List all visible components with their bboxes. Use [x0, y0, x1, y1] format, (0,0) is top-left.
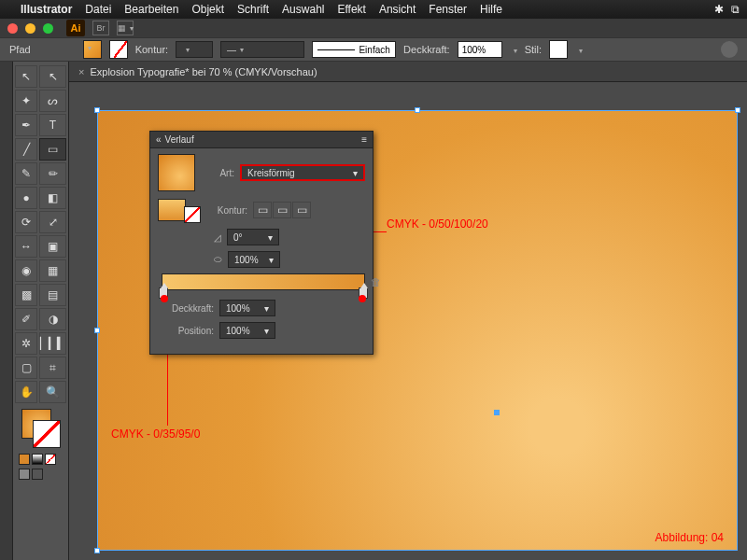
rectangle-tool[interactable]: ▭ — [39, 138, 66, 161]
figure-label: Abbildung: 04 — [655, 531, 724, 544]
evernote-icon[interactable]: ✱ — [714, 3, 724, 16]
selection-handle[interactable] — [94, 328, 100, 333]
app-titlebar: Ai Br ▦ — [0, 19, 747, 37]
stop-position-input[interactable]: 100%▾ — [219, 322, 275, 339]
selection-handle[interactable] — [94, 107, 100, 113]
gradient-tool[interactable]: ▤ — [39, 284, 66, 306]
fill-stroke-swatch[interactable] — [21, 409, 61, 448]
window-close-icon[interactable] — [7, 23, 18, 34]
tools-panel: ↖ ↖ ✦ ᔕ ✒ T ╱ ▭ ✎ ✏ ● ◧ ⟳ ⤢ ↔ ▣ ◉ ▦ ▩ ▤ … — [13, 62, 69, 560]
gradient-aspect-input[interactable]: 100%▾ — [228, 251, 280, 268]
kontur-label: Kontur: — [135, 44, 168, 55]
stroke-weight-dropdown[interactable] — [176, 41, 213, 58]
graph-tool[interactable]: ▏▎▍ — [39, 332, 66, 355]
gradient-ramp[interactable]: 🗑 — [162, 273, 365, 290]
gradient-type-dropdown[interactable]: Kreisförmig▾ — [240, 164, 365, 181]
type-tool[interactable]: T — [39, 114, 66, 136]
style-label: Stil: — [525, 44, 542, 55]
fill-swatch[interactable] — [83, 40, 102, 59]
delete-stop-icon[interactable]: 🗑 — [371, 276, 381, 287]
gradient-angle-input[interactable]: 0°▾ — [227, 229, 279, 245]
eyedropper-tool[interactable]: ✐ — [15, 308, 37, 330]
paintbrush-tool[interactable]: ✎ — [15, 162, 37, 185]
mac-menubar: Illustrator Datei Bearbeiten Objekt Schr… — [0, 0, 747, 19]
blend-tool[interactable]: ◑ — [39, 308, 66, 330]
brush-definition-dropdown[interactable]: Einfach — [312, 41, 396, 58]
scale-tool[interactable]: ⤢ — [39, 211, 66, 233]
perspective-tool[interactable]: ▦ — [39, 259, 66, 282]
dropbox-icon[interactable]: ⧉ — [731, 3, 740, 16]
illustrator-logo-icon: Ai — [66, 20, 85, 36]
style-swatch[interactable] — [549, 40, 568, 59]
stroke-profile-dropdown[interactable]: — — [220, 41, 304, 58]
opacity-label: Deckkraft: — [403, 44, 450, 55]
menu-datei[interactable]: Datei — [85, 3, 111, 16]
screen-mode-row[interactable] — [15, 469, 66, 480]
panel-menu-icon[interactable]: ≡ — [361, 134, 367, 145]
rotate-tool[interactable]: ⟳ — [15, 211, 37, 233]
blob-brush-tool[interactable]: ● — [15, 187, 37, 209]
gradient-center-point[interactable] — [494, 410, 500, 415]
control-bar: Pfad Kontur: — Einfach Deckkraft: 100% S… — [0, 37, 747, 62]
annotation-left-stop: CMYK - 0/35/95/0 — [111, 427, 200, 441]
direct-selection-tool[interactable]: ↖ — [39, 65, 66, 88]
annotation-dot — [359, 295, 366, 302]
magic-wand-tool[interactable]: ✦ — [15, 90, 37, 112]
stroke-align-2[interactable]: ▭ — [273, 202, 291, 218]
hand-tool[interactable]: ✋ — [15, 381, 37, 403]
menu-objekt[interactable]: Objekt — [191, 3, 224, 16]
selection-tool[interactable]: ↖ — [15, 65, 37, 88]
annotation-right-stop: CMYK - 0/50/100/20 — [387, 217, 488, 231]
window-zoom-icon[interactable] — [43, 23, 53, 34]
lasso-tool[interactable]: ᔕ — [39, 90, 66, 112]
menu-ansicht[interactable]: Ansicht — [379, 3, 416, 16]
width-tool[interactable]: ↔ — [15, 235, 37, 258]
gradient-kontur-label: Kontur: — [206, 205, 247, 216]
doc-setup-icon[interactable] — [721, 41, 738, 58]
menu-auswahl[interactable]: Auswahl — [282, 3, 324, 16]
zoom-tool[interactable]: 🔍 — [39, 381, 66, 403]
symbol-sprayer-tool[interactable]: ✲ — [15, 332, 37, 355]
pencil-tool[interactable]: ✏ — [39, 162, 66, 185]
menu-bearbeiten[interactable]: Bearbeiten — [124, 3, 178, 16]
stroke-align-3[interactable]: ▭ — [292, 202, 311, 218]
menu-fenster[interactable]: Fenster — [429, 3, 467, 16]
pen-tool[interactable]: ✒ — [15, 114, 37, 136]
mesh-tool[interactable]: ▩ — [15, 284, 37, 306]
gradient-stroke-swatch[interactable] — [184, 206, 201, 223]
stop-opacity-label: Deckkraft: — [158, 303, 214, 314]
panel-collapse-icon[interactable]: « — [156, 134, 162, 145]
menu-appname[interactable]: Illustrator — [21, 3, 72, 16]
menu-effekt[interactable]: Effekt — [337, 3, 365, 16]
opacity-dropdown-icon[interactable] — [510, 44, 517, 55]
selection-type-label: Pfad — [9, 44, 31, 55]
arrange-docs-icon[interactable]: ▦ — [117, 21, 134, 35]
stroke-swatch[interactable] — [109, 40, 128, 59]
menu-hilfe[interactable]: Hilfe — [480, 3, 502, 16]
selection-handle[interactable] — [735, 107, 740, 113]
eraser-tool[interactable]: ◧ — [39, 187, 66, 209]
gradient-preview-swatch[interactable] — [158, 154, 195, 191]
menu-schrift[interactable]: Schrift — [237, 3, 269, 16]
bridge-icon[interactable]: Br — [92, 21, 109, 35]
document-tab[interactable]: × Explosion Typografie* bei 70 % (CMYK/V… — [69, 62, 747, 82]
gradient-panel-titlebar[interactable]: « Verlauf ≡ — [150, 132, 373, 148]
slice-tool[interactable]: ⌗ — [39, 357, 66, 379]
gradient-fill-swatch[interactable] — [158, 199, 186, 221]
stroke-align-1[interactable]: ▭ — [253, 202, 272, 218]
gradient-panel-title: Verlauf — [165, 134, 194, 145]
opacity-input[interactable]: 100% — [458, 41, 502, 58]
line-tool[interactable]: ╱ — [15, 138, 37, 161]
tab-close-icon[interactable]: × — [78, 66, 84, 77]
annotation-dot — [161, 295, 168, 302]
color-mode-row[interactable] — [15, 454, 66, 465]
window-minimize-icon[interactable] — [25, 23, 35, 34]
stop-opacity-input[interactable]: 100%▾ — [219, 300, 275, 316]
free-transform-tool[interactable]: ▣ — [39, 235, 66, 258]
selection-handle[interactable] — [94, 548, 100, 553]
document-tab-title: Explosion Typografie* bei 70 % (CMYK/Vor… — [90, 66, 317, 77]
artboard-tool[interactable]: ▢ — [15, 357, 37, 379]
left-dock-strip[interactable] — [0, 62, 13, 560]
selection-handle[interactable] — [415, 107, 420, 113]
shape-builder-tool[interactable]: ◉ — [15, 259, 37, 282]
